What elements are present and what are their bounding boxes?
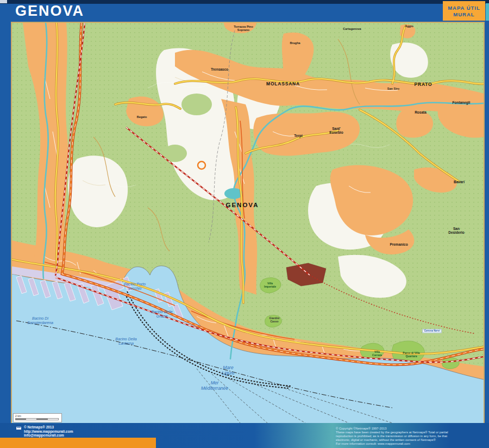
map-poster: GENOVA MAPA ÚTIL MURAL	[0, 0, 489, 448]
map-label: Giardini Casso	[269, 317, 280, 323]
map-label: Rosata	[415, 110, 427, 114]
footer-line: info@mappemurali.com	[24, 433, 73, 438]
map-label: Torrazza Pino Soprano	[234, 25, 253, 32]
footer-line: © Copyright ©Netmaps® 1997-2013	[336, 427, 478, 431]
footer-line: These maps have been created by the geog…	[336, 431, 478, 434]
map-label-layer: Torrazza Pino SopranoBrughaCartagenovaAg…	[12, 23, 484, 423]
footer-copyright: © Copyright ©Netmaps® 1997-2013These map…	[336, 427, 478, 446]
map-label: Bacino Della Lanterna	[115, 337, 136, 346]
map-label: Trensasco	[211, 67, 228, 71]
map-label: Brugha	[290, 41, 300, 45]
map-label: Sant' Eusebio	[329, 127, 343, 135]
footer-contact: © Netmaps® 2013http://www.mappemurali.co…	[24, 425, 73, 438]
map-label: Mer Méditerranée	[201, 381, 228, 391]
badge-line1: MAPA ÚTIL	[443, 5, 485, 11]
map-label: Bacino Di Sampierdarena	[27, 316, 53, 325]
map-label: Cartagenova	[343, 27, 361, 30]
mapa-util-mural-badge: MAPA ÚTIL MURAL	[443, 1, 485, 21]
map-label: Genova Nervi	[422, 329, 441, 333]
scale-label: 2 km	[15, 414, 21, 418]
map-label: Villa Carrara	[372, 351, 382, 357]
map-label: Villa Imperiale	[264, 282, 276, 289]
map-label: MOLASSANA	[266, 82, 300, 87]
map-label: Terpi	[294, 134, 302, 138]
footer-line: http://www.mappemurali.com	[24, 430, 73, 434]
badge-line2: MURAL	[443, 11, 485, 17]
poster-title: GENOVA	[15, 3, 84, 20]
footer-line: electronic, digital or mechanic, without…	[336, 438, 478, 442]
map-label: Fontanegli	[453, 101, 471, 104]
map-label: Bavari	[454, 180, 465, 184]
map-label: Begato	[137, 115, 147, 119]
footer-line: reproduction is prohibited; as is the tr…	[336, 434, 478, 438]
map-label: San Siro	[387, 87, 399, 90]
teal-corner-chip	[486, 3, 489, 21]
map-label: Aggio	[405, 24, 413, 28]
footer-orange-bar	[0, 438, 156, 448]
netmaps-flag-icon	[16, 427, 21, 430]
footer-line: For more information consult: www.mappem…	[336, 442, 478, 446]
scale-segments	[15, 418, 59, 420]
map-label: PRATO	[415, 82, 432, 88]
scale-bar: 2 km	[13, 413, 62, 422]
map-label: GENOVA	[226, 202, 259, 209]
map-label: San Desiderio	[448, 227, 465, 235]
top-left-notch	[0, 0, 7, 3]
map-label: Parco di Villa Quartara	[403, 352, 419, 358]
map-label: Bacino Delle Grazie	[151, 310, 172, 319]
footer-line: © Netmaps® 2013	[24, 425, 73, 430]
map-label: Bacino Porto Vecchio	[124, 282, 146, 291]
map-label: Premanico	[390, 242, 408, 246]
map-label: Mare Ligure	[222, 365, 235, 376]
footer: © Netmaps® 2013http://www.mappemurali.co…	[0, 423, 489, 448]
map-canvas: Torrazza Pino SopranoBrughaCartagenovaAg…	[11, 22, 485, 424]
